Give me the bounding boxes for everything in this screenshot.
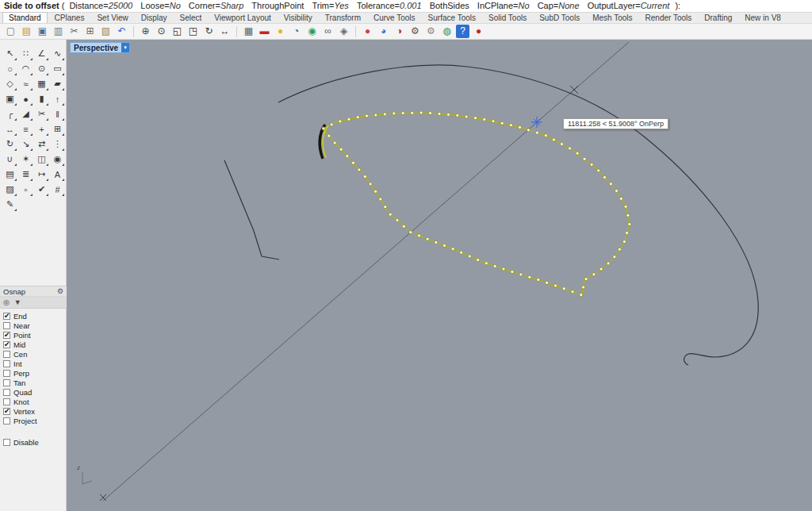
osnap-checkbox[interactable]: Knot	[3, 397, 67, 406]
control-point[interactable]	[409, 231, 412, 234]
control-point[interactable]	[401, 112, 404, 115]
polyline-tool[interactable]: ∠	[34, 46, 49, 61]
select-tool[interactable]: ↖	[2, 46, 17, 61]
control-point[interactable]	[374, 190, 377, 193]
osnap-checkbox[interactable]: Near	[3, 321, 67, 330]
control-point[interactable]	[438, 113, 441, 116]
render-icon[interactable]: ●	[361, 25, 374, 38]
menu-tab[interactable]: Drafting	[699, 13, 737, 23]
control-point[interactable]	[519, 126, 522, 129]
control-point[interactable]	[580, 294, 583, 297]
gumball-icon[interactable]: ◉	[305, 25, 319, 38]
control-point[interactable]	[628, 223, 631, 226]
menu-tab[interactable]: Mesh Tools	[587, 13, 638, 23]
undo-icon[interactable]: ↶	[115, 25, 128, 38]
viewport-menu-arrow-icon[interactable]: ▾	[121, 43, 129, 52]
control-point[interactable]	[418, 234, 421, 237]
bulb-icon[interactable]: ●	[274, 25, 287, 38]
control-point[interactable]	[383, 113, 386, 116]
command-bar[interactable]: Side to offset( Distance=25000 Loose=No …	[0, 0, 812, 13]
grid-snap-tool[interactable]: #	[50, 182, 65, 197]
circle-tool[interactable]: ○	[2, 61, 17, 76]
control-point[interactable]	[622, 240, 626, 244]
paste-icon[interactable]: ▧	[99, 25, 113, 38]
control-point[interactable]	[339, 148, 343, 151]
control-point[interactable]	[419, 111, 423, 114]
osnap-checkbox[interactable]: Tan	[3, 378, 67, 387]
control-point[interactable]	[519, 273, 523, 276]
link-icon[interactable]: ∞	[321, 25, 335, 38]
control-point[interactable]	[468, 255, 471, 258]
help-icon[interactable]: ?	[456, 25, 469, 38]
control-point[interactable]	[389, 213, 392, 216]
menu-tab[interactable]: SubD Tools	[534, 13, 585, 23]
control-point[interactable]	[443, 244, 446, 248]
control-point[interactable]	[384, 206, 387, 209]
osnap-checkbox[interactable]: Quad	[3, 387, 67, 397]
control-point[interactable]	[363, 175, 366, 179]
menu-tab[interactable]: Visibility	[278, 13, 318, 23]
block-tool[interactable]: ▫	[18, 182, 33, 197]
control-point[interactable]	[402, 225, 405, 228]
viewport-canvas[interactable]: z	[67, 40, 812, 511]
control-point[interactable]	[366, 114, 369, 117]
osnap-checkbox[interactable]: Int	[3, 359, 67, 368]
command-option[interactable]: OutputLayer=Current	[588, 1, 670, 10]
settings-gears-icon[interactable]: ⚙	[408, 25, 422, 38]
osnap-checkbox[interactable]: Point	[3, 330, 67, 340]
split-tool[interactable]: ‖	[50, 106, 65, 121]
annotate-tool[interactable]: ✎	[2, 197, 17, 212]
control-point[interactable]	[351, 161, 354, 164]
control-point[interactable]	[571, 290, 574, 294]
car-icon[interactable]: ▬	[258, 25, 271, 38]
control-point[interactable]	[626, 232, 629, 235]
menu-tab[interactable]: Select	[174, 13, 208, 23]
control-point[interactable]	[609, 182, 612, 186]
curve-tool[interactable]: ∿	[50, 46, 65, 61]
cut-icon[interactable]: ✂	[67, 25, 81, 38]
control-point[interactable]	[426, 237, 429, 240]
control-point[interactable]	[322, 127, 325, 130]
osnap-checkbox[interactable]: Cen	[3, 349, 67, 359]
control-point[interactable]	[626, 213, 630, 217]
osnap-header[interactable]: Osnap ⚙	[0, 286, 67, 297]
copy-icon[interactable]: ⊞	[83, 25, 97, 38]
control-point[interactable]	[509, 124, 512, 127]
dimension-tool[interactable]: ↦	[34, 167, 49, 182]
record-icon[interactable]: ●	[472, 25, 485, 38]
print-icon[interactable]: ▥	[52, 25, 65, 38]
control-point[interactable]	[592, 273, 596, 276]
fillet-tool[interactable]: ╭	[2, 106, 17, 121]
control-point[interactable]	[584, 278, 588, 281]
command-option[interactable]: BothSides	[430, 1, 469, 10]
layer-tool[interactable]: ▤	[2, 167, 17, 182]
menu-tab[interactable]: Viewport Layout	[209, 13, 277, 23]
control-point[interactable]	[369, 182, 372, 186]
layer-grid-icon[interactable]: ▦	[242, 25, 255, 38]
move-view-icon[interactable]: ↔	[218, 25, 232, 38]
control-point[interactable]	[327, 134, 331, 137]
osnap-disable-checkbox[interactable]: Disable	[3, 437, 67, 447]
osnap-checkbox[interactable]: Perp	[3, 368, 67, 378]
control-point[interactable]	[619, 198, 622, 201]
osnap-checkbox[interactable]: Vertex	[3, 406, 67, 416]
menu-tab[interactable]: Surface Tools	[423, 13, 481, 23]
control-point[interactable]	[356, 116, 359, 119]
lock-icon[interactable]: ◈	[337, 25, 350, 38]
sphere-tool[interactable]: ●	[18, 91, 33, 106]
hide-tool[interactable]: ◉	[50, 152, 65, 167]
cylinder-tool[interactable]: ▮	[34, 91, 49, 106]
menu-tab[interactable]: Render Tools	[640, 13, 698, 23]
osnap-settings-icon[interactable]: ⚙	[57, 287, 63, 295]
ellipse-tool[interactable]: ⊙	[34, 61, 49, 76]
menu-tab[interactable]: CPlanes	[49, 13, 90, 23]
control-point[interactable]	[552, 138, 555, 141]
arc-tool[interactable]: ◠	[18, 61, 33, 76]
control-point[interactable]	[535, 131, 538, 134]
extend-tool[interactable]: ↔	[2, 121, 17, 136]
text-tool[interactable]: A	[50, 167, 65, 182]
check-tool[interactable]: ✔	[34, 182, 49, 197]
zoom-window-icon[interactable]: ◱	[170, 25, 184, 38]
control-point[interactable]	[411, 111, 414, 114]
box-tool[interactable]: ▣	[2, 91, 17, 106]
